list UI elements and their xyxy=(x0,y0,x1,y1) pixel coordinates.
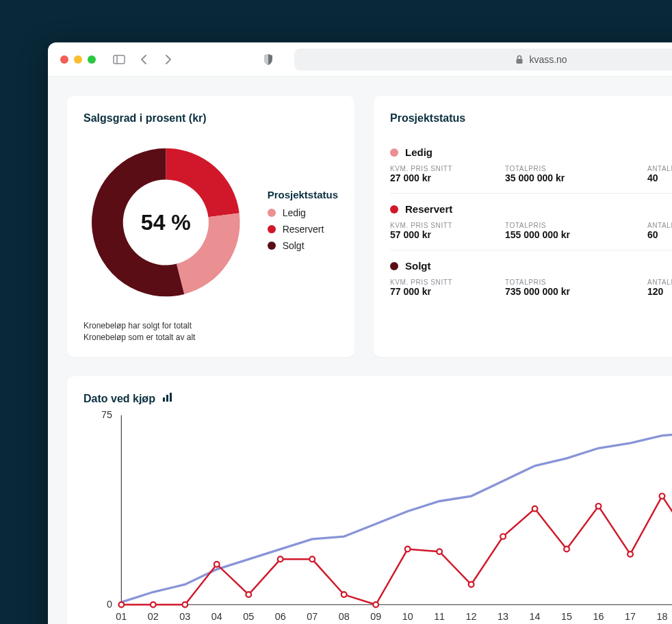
data-point xyxy=(182,601,188,607)
address-bar[interactable]: kvass.no xyxy=(294,49,672,70)
status-swatch xyxy=(390,262,398,270)
x-tick-label: 10 xyxy=(402,610,413,621)
address-bar-host: kvass.no xyxy=(529,54,567,65)
legend-title: Prosjektstatus xyxy=(268,189,338,200)
stat-label: KVM. PRIS SNITT xyxy=(390,222,486,229)
x-tick-label: 17 xyxy=(625,610,636,621)
data-point xyxy=(628,551,633,557)
x-tick-label: 03 xyxy=(179,610,190,621)
data-point xyxy=(660,493,665,499)
data-point xyxy=(278,556,283,562)
x-tick-label: 06 xyxy=(275,610,286,621)
svg-rect-3 xyxy=(163,398,165,402)
svg-rect-5 xyxy=(170,393,172,402)
browser-window: kvass.no Salgsgrad i prosent (kr) 54 % P… xyxy=(48,42,672,624)
status-item-reservert: ReservertKVM. PRIS SNITT57 000 krTOTALPR… xyxy=(390,193,672,250)
donut-chart: 54 % xyxy=(83,137,248,308)
status-swatch xyxy=(390,148,398,157)
stat-value: 57 000 kr xyxy=(390,229,486,240)
nav-forward-icon[interactable] xyxy=(159,50,178,69)
project-status-card: Prosjektstatus LedigKVM. PRIS SNITT27 00… xyxy=(374,96,672,357)
legend-item: Solgt xyxy=(268,240,338,251)
browser-titlebar: kvass.no xyxy=(48,42,672,77)
minimize-window-button[interactable] xyxy=(74,55,82,64)
line-chart: 0750102030405060708091011121314151617181… xyxy=(83,405,672,624)
nav-back-icon[interactable] xyxy=(134,50,153,69)
stat-value: 60 xyxy=(647,229,672,240)
privacy-shield-icon[interactable] xyxy=(259,50,278,69)
x-tick-label: 13 xyxy=(497,610,508,621)
x-tick-label: 02 xyxy=(148,610,159,621)
x-tick-label: 09 xyxy=(370,610,381,621)
stat-label: TOTALPRIS xyxy=(505,222,628,229)
x-tick-label: 01 xyxy=(116,610,127,621)
stat-value: 27 000 kr xyxy=(390,172,486,183)
legend-label: Solgt xyxy=(283,240,305,251)
card-title: Prosjektstatus xyxy=(390,112,672,125)
x-tick-label: 11 xyxy=(434,610,445,621)
y-tick-label: 75 xyxy=(101,409,112,420)
close-window-button[interactable] xyxy=(60,55,68,64)
status-name: Solgt xyxy=(405,260,431,272)
status-name: Reservert xyxy=(405,203,452,215)
svg-rect-4 xyxy=(166,395,168,402)
maximize-window-button[interactable] xyxy=(88,55,96,64)
data-point xyxy=(469,582,474,587)
status-item-solgt: SolgtKVM. PRIS SNITT77 000 krTOTALPRIS73… xyxy=(390,250,672,307)
card-title: Salgsgrad i prosent (kr) xyxy=(83,112,338,125)
status-name: Ledig xyxy=(405,146,432,158)
sidebar-toggle-icon[interactable] xyxy=(109,50,129,69)
data-point xyxy=(151,601,156,607)
legend-swatch xyxy=(268,209,276,217)
stat-value: 735 000 000 kr xyxy=(505,286,628,297)
status-swatch xyxy=(390,205,398,213)
line-series xyxy=(121,420,672,602)
data-point xyxy=(214,561,220,567)
data-point xyxy=(437,549,442,554)
stat-value: 40 xyxy=(647,172,672,183)
dashboard-content: Salgsgrad i prosent (kr) 54 % Prosjektst… xyxy=(48,77,672,624)
x-tick-label: 04 xyxy=(211,610,222,621)
legend-label: Reservert xyxy=(283,224,324,235)
footnote-line: Kronebeløp har solgt for totalt xyxy=(83,320,338,332)
card-title: Dato ved kjøp xyxy=(83,393,155,405)
data-point xyxy=(309,556,315,562)
svg-rect-2 xyxy=(517,59,523,64)
purchase-date-chart-card: Dato ved kjøp 07501020304050607080910111… xyxy=(67,376,672,624)
data-point xyxy=(564,546,569,551)
stat-label: TOTALPRIS xyxy=(505,165,628,172)
x-tick-label: 16 xyxy=(593,610,604,621)
legend-swatch xyxy=(268,225,276,233)
stat-label: KVM. PRIS SNITT xyxy=(390,278,486,286)
data-point xyxy=(500,534,506,539)
stat-label: ANTALL xyxy=(647,165,672,172)
x-tick-label: 14 xyxy=(530,610,541,621)
data-point xyxy=(532,506,538,511)
x-tick-label: 05 xyxy=(243,610,254,621)
legend-label: Ledig xyxy=(283,207,306,218)
legend-swatch xyxy=(268,242,276,250)
y-tick-label: 0 xyxy=(107,599,112,610)
stat-value: 35 000 000 kr xyxy=(505,172,628,183)
donut-footnotes: Kronebeløp har solgt for totalt Kronebel… xyxy=(83,320,338,343)
x-tick-label: 07 xyxy=(307,610,318,621)
x-tick-label: 18 xyxy=(656,610,667,621)
x-tick-label: 15 xyxy=(561,610,572,621)
bar-chart-icon[interactable] xyxy=(162,393,173,405)
data-point xyxy=(246,592,251,597)
stat-value: 155 000 000 kr xyxy=(505,229,628,240)
lock-icon xyxy=(515,55,524,64)
stat-label: TOTALPRIS xyxy=(505,278,628,286)
status-item-ledig: LedigKVM. PRIS SNITT27 000 krTOTALPRIS35… xyxy=(390,137,672,193)
data-point xyxy=(373,601,378,607)
stat-value: 77 000 kr xyxy=(390,286,486,297)
x-tick-label: 12 xyxy=(466,610,477,621)
stat-label: ANTALL xyxy=(647,278,672,286)
legend-item: Ledig xyxy=(268,207,338,218)
legend-item: Reservert xyxy=(268,224,338,235)
stat-label: KVM. PRIS SNITT xyxy=(390,165,486,172)
stat-label: ANTALL xyxy=(647,222,672,229)
data-point xyxy=(596,504,602,509)
x-tick-label: 08 xyxy=(339,610,350,621)
sales-percent-card: Salgsgrad i prosent (kr) 54 % Prosjektst… xyxy=(67,96,354,357)
